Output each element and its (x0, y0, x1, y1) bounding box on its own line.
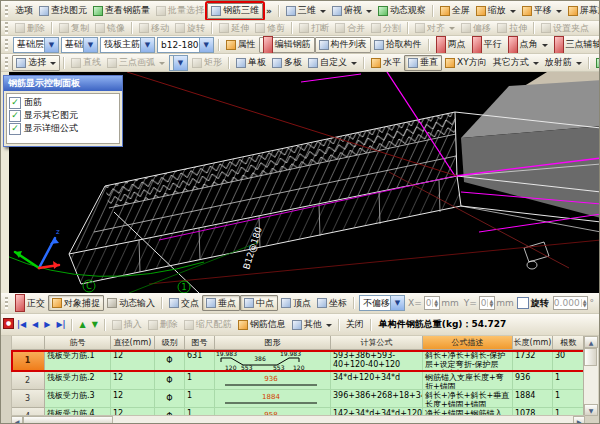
btn-trim[interactable]: 修剪 (252, 21, 288, 35)
btn-view-rebar-quantity[interactable]: 查看钢筋量 (90, 4, 153, 18)
btn-rotate[interactable]: 旋转 (172, 21, 208, 35)
combo-arrow-icon[interactable]: ▼ (199, 38, 213, 52)
btn-point-angle[interactable]: 点角 (505, 38, 551, 52)
panel-title[interactable]: 钢筋显示控制面板 (4, 76, 122, 91)
horizontal-scrollbar[interactable]: ◀ ▶ (11, 415, 585, 424)
cell-shape[interactable]: 1884 (215, 390, 331, 408)
cell-grade[interactable]: Φ (155, 390, 185, 408)
btn-scale-rebar[interactable]: 缩尺配筋 (181, 318, 235, 332)
btn-options[interactable]: 选项 (12, 4, 36, 18)
cell-shape[interactable]: 19.983 386 19.983 120 553 553 120 (215, 350, 331, 372)
cell-fig-no[interactable]: 1 (185, 372, 215, 390)
cell-formula[interactable]: 396+386+268+18+34*d+34*d (331, 390, 423, 408)
cell-fig-no[interactable]: 631 (185, 350, 215, 372)
combo-arrow-icon[interactable]: ▼ (83, 38, 97, 52)
cell-length[interactable]: 1732 (513, 350, 553, 372)
btn-parallel[interactable]: 平行 (469, 38, 505, 52)
cell-shape[interactable]: 936 (215, 372, 331, 390)
floor-combo[interactable]: 基础层▼ (13, 37, 59, 53)
cell-count[interactable]: 1 (553, 390, 585, 408)
btn-dynamic-input[interactable]: 动态输入 (104, 296, 158, 310)
btn-other-methods[interactable]: 其它方式 (490, 56, 542, 70)
y-input[interactable]: 0▲▼ (479, 296, 496, 310)
btn-merge[interactable]: 合并 (332, 21, 368, 35)
header-length[interactable]: 长度(mm) (513, 336, 553, 350)
checkbox-checked-icon[interactable]: ✓ (9, 123, 21, 135)
header-shape[interactable]: 图形 (215, 336, 331, 350)
scroll-up-icon[interactable]: ▲ (584, 336, 598, 348)
header-count[interactable]: 根数 (553, 336, 585, 350)
btn-properties[interactable]: 属性 (223, 38, 259, 52)
cell-bar-id[interactable]: 筏板受力筋.1 (45, 350, 111, 372)
combo-arrow-icon[interactable]: ▼ (390, 296, 404, 310)
spinner-arrows-icon[interactable]: ▲▼ (432, 299, 439, 307)
cell-count[interactable]: 30 (553, 350, 585, 372)
btn-split[interactable]: 分割 (368, 21, 404, 35)
header-bar-id[interactable]: 筋号 (45, 336, 111, 350)
scroll-down-icon[interactable]: ▼ (584, 404, 598, 416)
btn-orbit[interactable]: 动态观察 (375, 4, 429, 18)
row-selector[interactable]: 3 (11, 390, 45, 408)
btn-3d-view[interactable]: 三维 (283, 4, 329, 18)
horizontal-scroll-thumb[interactable] (23, 416, 113, 424)
btn-first-row[interactable]: |◀ (14, 320, 29, 329)
btn-row-down[interactable]: ▼ (89, 320, 101, 329)
btn-next-row[interactable]: ▶ (41, 320, 53, 329)
offset-combo[interactable]: 不偏移▼ (359, 295, 405, 311)
scroll-left-icon[interactable]: ◀ (11, 416, 23, 424)
cell-bar-id[interactable]: 筏板受力筋.2 (45, 372, 111, 390)
btn-line[interactable]: 直线 (68, 56, 104, 70)
btn-move[interactable]: 移动 (136, 21, 172, 35)
rebar-spec-combo[interactable]: b12-180▼ (157, 37, 214, 53)
cell-diameter[interactable]: 12 (111, 390, 155, 408)
btn-rebar-3d[interactable]: 钢筋三维 (207, 3, 263, 19)
x-input[interactable]: 0▲▼ (424, 296, 441, 310)
rotate-checkbox[interactable] (517, 297, 529, 309)
cell-formula-desc[interactable]: 斜长+净长+斜长+垂直长度+锚固+锚固 (423, 390, 513, 408)
btn-close-grid[interactable]: 关闭 (343, 318, 367, 332)
btn-vertical[interactable]: 垂直 (404, 55, 442, 71)
header-diameter[interactable]: 直径(mm) (111, 336, 155, 350)
combo-arrow-icon[interactable]: ▼ (173, 56, 187, 70)
vertical-scrollbar[interactable]: ▲ ▼ (583, 336, 598, 416)
btn-delete[interactable]: 删除 (12, 21, 48, 35)
btn-find-element[interactable]: 查找图元 (36, 4, 90, 18)
btn-pan[interactable]: 平移 (519, 4, 565, 18)
btn-zoom[interactable]: 缩放 (473, 4, 519, 18)
scroll-right-icon[interactable]: ▶ (573, 416, 585, 424)
btn-insert-row[interactable]: 插入 (109, 318, 145, 332)
btn-custom[interactable]: 自定义 (305, 56, 360, 70)
btn-prev-row[interactable]: ◀ (29, 320, 41, 329)
btn-other[interactable]: 其他 (289, 318, 335, 332)
btn-intersection[interactable]: 交点 (166, 296, 202, 310)
btn-multi-slab[interactable]: 多板 (269, 56, 305, 70)
header-fig-no[interactable]: 图号 (185, 336, 215, 350)
btn-object-snap[interactable]: 对象捕捉 (48, 295, 104, 311)
cell-formula-desc[interactable]: 钢筋锚入支座长度+弯折+锚固 (423, 372, 513, 390)
btn-select[interactable]: 选择 (12, 55, 60, 71)
cell-fig-no[interactable]: 1 (185, 390, 215, 408)
toolbar-grip[interactable] (5, 57, 8, 69)
btn-stretch[interactable]: 拉伸 (494, 21, 530, 35)
btn-rectangle[interactable]: 矩形 (189, 56, 225, 70)
check-show-detailed-formula[interactable]: ✓显示详细公式 (9, 122, 117, 135)
rebar-type-combo[interactable]: 筏板主筋▼ (100, 37, 155, 53)
spinner-arrows-icon[interactable]: ▲▼ (487, 299, 494, 307)
btn-horizontal[interactable]: 水平 (368, 56, 404, 70)
cell-formula[interactable]: 34*d+120+34*d (331, 372, 423, 390)
check-top-rebar[interactable]: ✓面筋 (9, 96, 117, 109)
btn-align[interactable]: 对齐 (412, 21, 458, 35)
checkbox-checked-icon[interactable]: ✓ (9, 110, 21, 122)
btn-radial-rebar[interactable]: 放射筋 (542, 56, 585, 70)
btn-offset[interactable]: 偏移 (458, 21, 494, 35)
cell-grade[interactable]: Φ (155, 372, 185, 390)
btn-midpoint[interactable]: 中点 (240, 295, 278, 311)
toolbar-grip[interactable] (5, 22, 8, 34)
spinner-arrows-icon[interactable]: ▲▼ (581, 299, 588, 307)
btn-copy[interactable]: 复制 (56, 21, 92, 35)
dock-pin-icon[interactable]: ● (3, 318, 14, 329)
element-type-combo[interactable]: 基础▼ (61, 37, 98, 53)
cell-diameter[interactable]: 12 (111, 372, 155, 390)
btn-extend[interactable]: 延伸 (216, 21, 252, 35)
btn-delete-row[interactable]: 删除 (145, 318, 181, 332)
